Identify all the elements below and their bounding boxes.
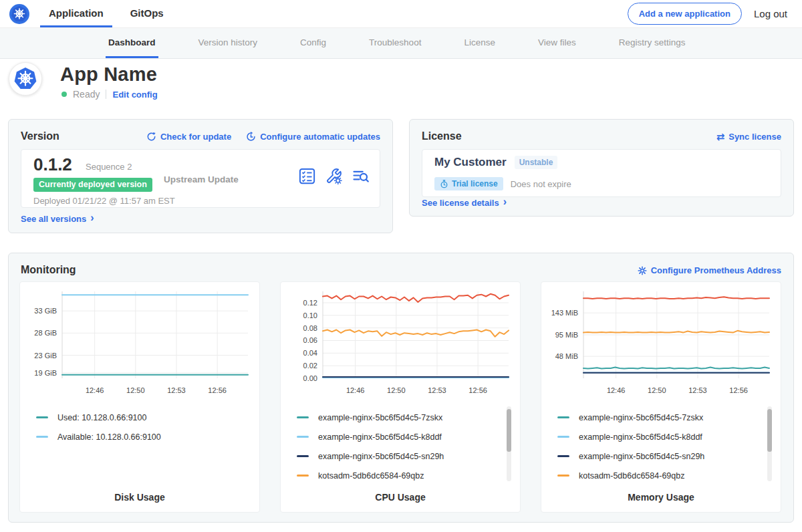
svg-text:0.10: 0.10	[303, 311, 317, 319]
cpu-usage-legend: example-nginx-5bc6f5d4c5-7zskxexample-ng…	[297, 408, 497, 485]
legend-label: example-nginx-5bc6f5d4c5-7zskx	[579, 413, 703, 422]
disk-usage-legend: Used: 10.128.0.66:9100Available: 10.128.…	[36, 408, 237, 446]
svg-text:12:46: 12:46	[86, 386, 104, 394]
legend-color-dash-icon	[297, 455, 309, 457]
legend-item: Used: 10.128.0.66:9100	[36, 408, 237, 427]
svg-text:0.04: 0.04	[303, 349, 317, 357]
svg-text:0.08: 0.08	[303, 324, 317, 332]
svg-text:19 GiB: 19 GiB	[34, 369, 57, 377]
see-all-versions-link[interactable]: See all versions ›	[21, 213, 94, 224]
legend-color-dash-icon	[557, 416, 569, 418]
svg-text:95 MiB: 95 MiB	[555, 331, 578, 339]
app-status-row: Ready Edit config	[61, 89, 158, 100]
subnav-tab-dashboard[interactable]: Dashboard	[106, 28, 158, 58]
chart-title: Memory Usage	[541, 492, 781, 503]
disk-usage-card: 33 GiB28 GiB23 GiB19 GiB12:4612:5012:531…	[19, 281, 260, 513]
kubernetes-app-icon	[13, 67, 37, 91]
version-sequence: Sequence 2	[86, 162, 132, 172]
deployed-timestamp: Deployed 01/21/22 @ 11:57 am EST	[33, 196, 175, 206]
legend-color-dash-icon	[557, 455, 569, 457]
legend-item: example-nginx-5bc6f5d4c5-7zskx	[297, 408, 497, 427]
app-avatar	[9, 62, 42, 96]
page-title: App Name	[60, 63, 157, 86]
subnav-tab-view-files[interactable]: View files	[535, 28, 579, 58]
svg-text:12:46: 12:46	[346, 386, 365, 394]
subnav-tab-config[interactable]: Config	[297, 28, 329, 58]
svg-text:12:50: 12:50	[387, 386, 406, 394]
configure-prometheus-link[interactable]: Configure Prometheus Address	[638, 265, 781, 275]
topnav-tab-gitops[interactable]: GitOps	[122, 0, 172, 27]
current-version-panel: 0.1.2 Sequence 2 Currently deployed vers…	[21, 149, 380, 208]
license-expiry-text: Does not expire	[511, 179, 571, 189]
deployed-version-badge: Currently deployed version	[33, 178, 152, 192]
license-panel: My Customer Unstable Trial license Does …	[422, 149, 781, 197]
monitoring-section: Monitoring Configure Prometheus Address …	[8, 253, 794, 523]
sync-license-link[interactable]: ⇄ Sync license	[716, 132, 781, 142]
legend-item: example-nginx-5bc6f5d4c5-k8ddf	[557, 427, 758, 446]
legend-scrollbar-thumb[interactable]	[767, 409, 772, 452]
legend-label: example-nginx-5bc6f5d4c5-sn29h	[318, 452, 444, 461]
cpu-usage-card: 0.120.100.080.060.040.020.0012:4612:5012…	[280, 281, 521, 513]
trial-license-badge: Trial license	[434, 177, 503, 190]
monitoring-title: Monitoring	[21, 264, 76, 276]
version-number: 0.1.2	[33, 154, 72, 175]
view-logs-icon[interactable]	[352, 168, 369, 184]
version-card: Version Check for update Configure autom…	[8, 119, 393, 233]
chart-title: CPU Usage	[281, 492, 520, 503]
svg-text:12:53: 12:53	[167, 386, 186, 394]
legend-label: kotsadm-5db6dc6584-69qbz	[318, 471, 424, 481]
svg-text:12:56: 12:56	[208, 386, 227, 394]
svg-text:12:50: 12:50	[126, 386, 145, 394]
legend-label: example-nginx-5bc6f5d4c5-k8ddf	[318, 432, 442, 442]
status-text: Ready	[73, 89, 100, 100]
svg-text:12:50: 12:50	[648, 386, 666, 394]
topnav-tab-application[interactable]: Application	[40, 0, 112, 27]
kubernetes-logo-icon[interactable]	[9, 4, 29, 24]
see-license-details-link[interactable]: See license details ›	[422, 197, 507, 208]
legend-item: Available: 10.128.0.66:9100	[36, 427, 237, 446]
topnav-right: Add a new application Log out	[628, 0, 802, 27]
clock-refresh-icon	[246, 132, 256, 142]
check-for-update-link[interactable]: Check for update	[146, 132, 231, 142]
edit-config-link[interactable]: Edit config	[112, 90, 157, 100]
chart-title: Disk Usage	[20, 492, 259, 503]
legend-scrollbar-thumb[interactable]	[507, 409, 511, 452]
legend-label: example-nginx-5bc6f5d4c5-k8ddf	[579, 432, 702, 442]
legend-color-dash-icon	[557, 475, 569, 477]
preflight-checks-icon[interactable]	[299, 168, 315, 184]
config-wrench-gear-icon[interactable]	[325, 168, 342, 184]
subnav-tab-license[interactable]: License	[461, 28, 498, 58]
svg-text:12:56: 12:56	[729, 386, 748, 394]
refresh-icon	[146, 132, 156, 142]
svg-text:0.02: 0.02	[303, 362, 317, 370]
configure-automatic-updates-link[interactable]: Configure automatic updates	[246, 132, 380, 142]
svg-text:12:46: 12:46	[607, 386, 626, 394]
subnav-tab-registry-settings[interactable]: Registry settings	[616, 28, 688, 58]
disk-usage-chart: 33 GiB28 GiB23 GiB19 GiB12:4612:5012:531…	[23, 287, 257, 400]
kots-dashboard-page: Application GitOps Add a new application…	[0, 0, 802, 532]
customer-name: My Customer	[434, 156, 507, 169]
top-navbar: Application GitOps Add a new application…	[0, 0, 802, 28]
ready-status-dot-icon	[61, 92, 67, 97]
add-application-button[interactable]: Add a new application	[628, 3, 742, 25]
license-card: License ⇄ Sync license My Customer Unsta…	[409, 119, 794, 217]
legend-color-dash-icon	[557, 436, 569, 438]
legend-item: example-nginx-5bc6f5d4c5-sn29h	[297, 446, 497, 466]
subnav-tab-troubleshoot[interactable]: Troubleshoot	[366, 28, 424, 58]
memory-usage-chart: 143 MiB95 MiB48 MiB12:4612:5012:5312:56	[545, 287, 779, 400]
legend-color-dash-icon	[297, 436, 309, 438]
subnav-tab-version-history[interactable]: Version history	[196, 28, 261, 58]
chevron-right-icon: ›	[503, 196, 507, 207]
svg-text:28 GiB: 28 GiB	[34, 329, 57, 337]
legend-label: Available: 10.128.0.66:9100	[57, 432, 161, 442]
app-header: App Name Ready Edit config	[0, 59, 802, 119]
svg-text:0.00: 0.00	[303, 374, 317, 382]
logout-link[interactable]: Log out	[754, 8, 787, 19]
svg-text:143 MiB: 143 MiB	[551, 309, 578, 317]
svg-text:0.12: 0.12	[303, 299, 317, 307]
app-subnav: Dashboard Version history Config Trouble…	[0, 28, 802, 59]
svg-text:12:56: 12:56	[469, 386, 487, 394]
channel-badge: Unstable	[515, 156, 558, 169]
sync-arrows-icon: ⇄	[716, 132, 725, 142]
svg-text:48 MiB: 48 MiB	[555, 352, 578, 360]
